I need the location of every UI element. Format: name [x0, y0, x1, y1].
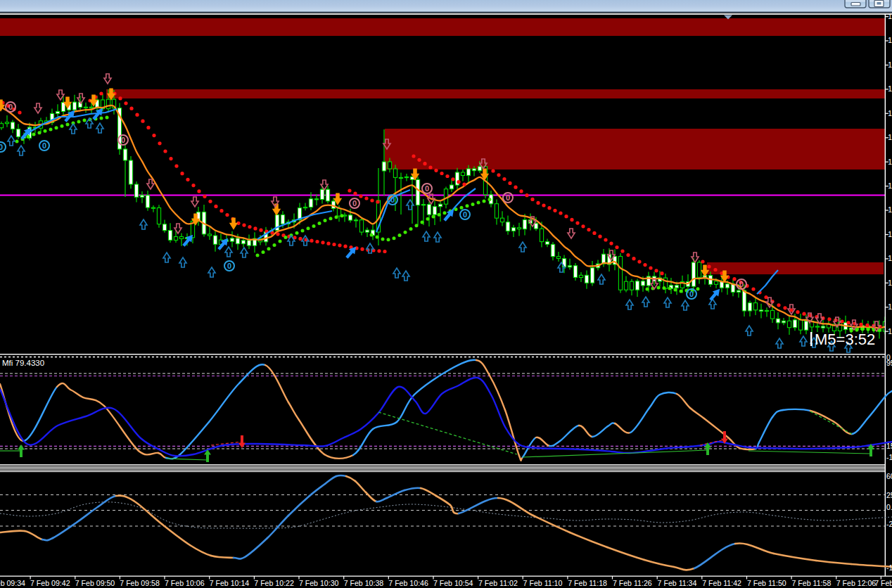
svg-text:7 Feb 10:06: 7 Feb 10:06: [165, 579, 205, 587]
svg-text:7 Feb 12:06: 7 Feb 12:06: [836, 579, 877, 587]
svg-text:0: 0: [425, 184, 429, 193]
svg-text:7 Feb 11:58: 7 Feb 11:58: [792, 579, 832, 587]
svg-text:7 Feb 11:10: 7 Feb 11:10: [523, 579, 563, 587]
svg-text:1.36: 1.36: [888, 254, 892, 262]
svg-text:Mfi 79.4330: Mfi 79.4330: [2, 359, 44, 367]
svg-text:0: 0: [0, 143, 3, 151]
svg-text:0: 0: [390, 196, 395, 204]
svg-text:1.36: 1.36: [888, 36, 892, 44]
svg-text:7 Feb 11:02: 7 Feb 11:02: [478, 579, 518, 587]
svg-text:1.36: 1.36: [888, 181, 892, 190]
svg-text:0: 0: [689, 290, 694, 298]
svg-text:7 Feb 12:14: 7 Feb 12:14: [874, 579, 892, 587]
svg-text:1.36: 1.36: [888, 109, 892, 117]
svg-text:-1: -1: [886, 563, 892, 572]
svg-text:0: 0: [8, 103, 13, 111]
svg-text:0: 0: [506, 193, 510, 202]
svg-text:7 Feb 10:38: 7 Feb 10:38: [344, 579, 384, 587]
svg-text:7 Feb 10:22: 7 Feb 10:22: [254, 579, 294, 587]
svg-text:7 Feb 11:50: 7 Feb 11:50: [747, 579, 786, 587]
svg-text:7 Feb 10:54: 7 Feb 10:54: [433, 579, 473, 587]
svg-text:-2: -2: [886, 520, 892, 528]
svg-text:0: 0: [227, 262, 231, 270]
svg-text:0: 0: [121, 136, 125, 144]
svg-text:7 Feb 11:34: 7 Feb 11:34: [658, 579, 697, 587]
svg-text:7 Feb 11:26: 7 Feb 11:26: [613, 579, 652, 587]
svg-text:0.: 0.: [886, 503, 892, 511]
svg-text:1.36: 1.36: [888, 205, 892, 214]
svg-text:1.36: 1.36: [888, 302, 892, 311]
svg-text:1.36: 1.36: [888, 327, 892, 335]
svg-text:0: 0: [463, 210, 467, 219]
svg-text:0: 0: [352, 199, 357, 207]
svg-text:7 Feb 10:14: 7 Feb 10:14: [210, 579, 250, 587]
svg-text:1.36: 1.36: [888, 230, 892, 238]
svg-text:1.36: 1.36: [888, 133, 892, 141]
svg-text:-1: -1: [886, 453, 892, 461]
svg-text:7 Feb 09:42: 7 Feb 09:42: [30, 579, 70, 587]
svg-text:1.36: 1.36: [888, 60, 892, 69]
svg-text:1.36: 1.36: [888, 158, 892, 166]
svg-text:7 Feb 09:58: 7 Feb 09:58: [120, 579, 160, 587]
svg-text:7 Feb 09:34: 7 Feb 09:34: [0, 579, 25, 587]
svg-text:0: 0: [42, 141, 46, 150]
svg-text:1.36: 1.36: [888, 84, 892, 93]
svg-text:M5=3:52: M5=3:52: [815, 331, 875, 348]
svg-text:7 Feb 11:42: 7 Feb 11:42: [702, 579, 741, 587]
svg-text:1.36: 1.36: [888, 12, 892, 20]
svg-text:95: 95: [886, 359, 892, 367]
svg-text:7 Feb 11:18: 7 Feb 11:18: [568, 579, 607, 587]
svg-text:7 Feb 09:50: 7 Feb 09:50: [75, 579, 115, 587]
svg-text:15: 15: [886, 442, 892, 450]
svg-text:60: 60: [886, 472, 892, 480]
svg-text:7 Feb 10:30: 7 Feb 10:30: [299, 579, 339, 587]
svg-text:0: 0: [739, 280, 744, 288]
svg-text:7 Feb 10:46: 7 Feb 10:46: [388, 579, 428, 587]
svg-text:25: 25: [886, 491, 892, 499]
svg-text:1.36: 1.36: [888, 279, 892, 287]
